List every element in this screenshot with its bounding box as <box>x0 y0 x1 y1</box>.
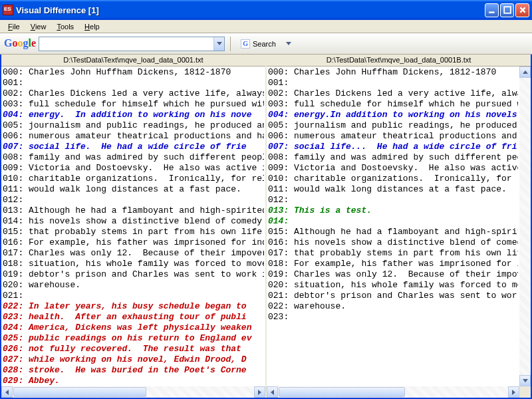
menubar: File View Tools Help <box>0 20 532 33</box>
text-line[interactable]: 005: journalism and public readings, he … <box>3 120 264 131</box>
toolbar-dropdown[interactable] <box>283 42 294 45</box>
combo-dropdown-button[interactable] <box>213 37 224 51</box>
text-line[interactable]: 011: would walk long distances at a fast… <box>3 184 264 195</box>
menu-file[interactable]: File <box>3 21 25 32</box>
text-line[interactable]: 007: social life... He had a wide circle… <box>268 142 518 152</box>
text-line[interactable]: 020: situation, his whole family was for… <box>268 280 518 291</box>
text-line[interactable]: 012: <box>268 195 518 205</box>
scroll-down-button[interactable] <box>519 375 531 386</box>
text-line[interactable]: 018: For example, his father was impriso… <box>268 259 518 269</box>
svg-rect-0 <box>489 11 494 13</box>
text-line[interactable]: 027: while working on his novel, Edwin D… <box>3 354 264 365</box>
text-line[interactable]: 006: numerous amateur theatrical product… <box>268 131 518 142</box>
vscroll-track[interactable] <box>519 78 531 375</box>
scroll-right-button[interactable] <box>508 386 519 398</box>
text-line[interactable]: 024: America, Dickens was left physicall… <box>3 323 264 333</box>
text-line[interactable]: 016: his novels show a distinctive blend… <box>268 237 518 248</box>
text-line[interactable]: 008: family and was admired by such diff… <box>3 152 264 163</box>
text-line[interactable]: 001: <box>3 78 264 88</box>
text-line[interactable]: 002: Charles Dickens led a very active l… <box>268 88 518 99</box>
text-line[interactable]: 009: Victoria and Dostoevsky. He also wa… <box>3 163 264 174</box>
text-line[interactable]: 007: social life. He had a wide circle o… <box>3 142 264 152</box>
app-icon <box>3 5 13 15</box>
text-line[interactable]: 016: For example, his father was impriso… <box>3 237 264 248</box>
text-line[interactable]: 004: energy. In addition to working on h… <box>3 110 264 120</box>
google-logo: Google <box>4 37 36 49</box>
scroll-left-button[interactable] <box>267 386 278 398</box>
scroll-track[interactable] <box>278 386 508 398</box>
text-line[interactable]: 010: charitable organizations. Ironicall… <box>268 174 518 184</box>
text-line[interactable]: 000: Charles John Huffham Dickens, 1812-… <box>268 67 518 78</box>
text-line[interactable]: 029: Abbey. <box>3 376 264 386</box>
text-line[interactable]: 010: charitable organizations. Ironicall… <box>3 174 264 184</box>
text-line[interactable]: 014: his novels show a distinctive blend… <box>3 216 264 227</box>
left-pane-path: D:\TestData\Text\mqve_load_data_0001.txt <box>1 55 265 66</box>
text-line[interactable]: 028: stroke. He was buried in the Poet's… <box>3 365 264 376</box>
text-line[interactable]: 008: family and was admired by such diff… <box>268 152 518 163</box>
menu-help[interactable]: Help <box>79 21 105 32</box>
text-line[interactable]: 017: Charles was only 12. Because of the… <box>3 248 264 259</box>
text-line[interactable]: 014: <box>268 216 518 227</box>
left-text-body[interactable]: 000: Charles John Huffham Dickens, 1812-… <box>1 66 265 386</box>
text-line[interactable]: 012: <box>3 195 264 205</box>
text-line[interactable]: 013: This is a test. <box>268 205 518 216</box>
right-hscroll[interactable] <box>267 386 519 398</box>
text-line[interactable]: 019: Charles was only 12. Because of the… <box>268 269 518 280</box>
toolbar-separator <box>230 37 231 51</box>
titlebar[interactable]: Visual Difference [1] <box>0 0 532 20</box>
text-line[interactable]: 004: energy.In addition to working on hi… <box>268 110 518 120</box>
text-line[interactable]: 019: debtor's prison and Charles was sen… <box>3 269 264 280</box>
right-pane-path: D:\TestData\Text\mqve_load_data_0001B.tx… <box>267 55 531 66</box>
right-pane: D:\TestData\Text\mqve_load_data_0001B.tx… <box>267 55 531 398</box>
window-title: Visual Difference [1] <box>16 5 485 15</box>
close-button[interactable] <box>515 3 529 17</box>
workarea: D:\TestData\Text\mqve_load_data_0001.txt… <box>0 55 532 399</box>
right-vscroll[interactable] <box>519 66 531 386</box>
text-line[interactable]: 009: Victoria and Dostoevsky. He also wa… <box>268 163 518 174</box>
text-line[interactable]: 022: In later years, his busy schedule b… <box>3 301 264 312</box>
text-line[interactable]: 015: that probably stems in part from hi… <box>3 227 264 237</box>
text-line[interactable]: 023: health. After an exhausting tour of… <box>3 312 264 323</box>
google-g-icon: G <box>241 39 250 49</box>
search-button[interactable]: G Search <box>236 37 281 51</box>
text-line[interactable]: 005: journalism and public readings, he … <box>268 120 518 131</box>
text-line[interactable]: 003: full schedule for himself which he … <box>268 99 518 110</box>
left-hscroll[interactable] <box>1 386 265 398</box>
menu-tools[interactable]: Tools <box>51 21 79 32</box>
text-line[interactable]: 015: Although he had a flamboyant and hi… <box>268 227 518 237</box>
text-line[interactable]: 006: numerous amateur theatrical product… <box>3 131 264 142</box>
scroll-up-button[interactable] <box>519 66 531 78</box>
text-line[interactable]: 026: not fully recovered. The result was… <box>3 344 264 354</box>
right-text-body[interactable]: 000: Charles John Huffham Dickens, 1812-… <box>267 66 519 386</box>
search-combo[interactable] <box>39 37 225 51</box>
text-line[interactable]: 023: <box>268 312 518 323</box>
menu-view[interactable]: View <box>25 21 52 32</box>
text-line[interactable]: 022: warehouse. <box>268 301 518 312</box>
text-line[interactable]: 013: Although he had a flamboyant and hi… <box>3 205 264 216</box>
search-input[interactable] <box>39 40 213 48</box>
search-button-label: Search <box>253 40 276 48</box>
svg-rect-1 <box>504 7 511 13</box>
scroll-left-button[interactable] <box>1 386 13 398</box>
text-line[interactable]: 000: Charles John Huffham Dickens, 1812-… <box>3 67 264 78</box>
minimize-button[interactable] <box>485 3 499 17</box>
text-line[interactable]: 002: Charles Dickens led a very active l… <box>3 88 264 99</box>
text-line[interactable]: 003: full schedule for himself which he … <box>3 99 264 110</box>
toolbar: Google G Search <box>0 33 532 55</box>
left-pane: D:\TestData\Text\mqve_load_data_0001.txt… <box>1 55 267 398</box>
text-line[interactable]: 020: warehouse. <box>3 280 264 291</box>
text-line[interactable]: 011: would walk long distances at a fast… <box>268 184 518 195</box>
text-line[interactable]: 018: situation, his whole family was for… <box>3 259 264 269</box>
scroll-track[interactable] <box>13 386 254 398</box>
maximize-button[interactable] <box>500 3 514 17</box>
text-line[interactable]: 021: <box>3 291 264 301</box>
text-line[interactable]: 001: <box>268 78 518 88</box>
text-line[interactable]: 017: that probably stems in part from hi… <box>268 248 518 259</box>
scroll-corner <box>519 386 531 398</box>
text-line[interactable]: 021: debtor's prison and Charles was sen… <box>268 291 518 301</box>
scroll-right-button[interactable] <box>254 386 265 398</box>
text-line[interactable]: 025: public readings on his return to En… <box>3 333 264 344</box>
